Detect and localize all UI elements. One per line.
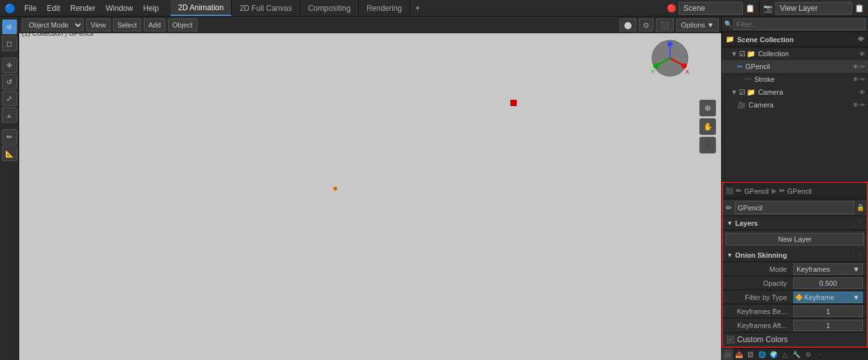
tab-2d-full-canvas[interactable]: 2D Full Canvas (232, 0, 300, 16)
props-tab-view[interactable]: 🖼 (745, 348, 756, 360)
camera-edit-icon[interactable]: ✏ (860, 102, 865, 108)
collection-checkbox[interactable]: ☑ (739, 50, 745, 58)
props-tab-shader[interactable]: ⚙ (802, 348, 814, 360)
camera-collection-eye[interactable]: 👁 (859, 89, 865, 96)
tab-compositing[interactable]: Compositing (300, 0, 359, 16)
mode-dropdown[interactable]: Object Mode (22, 19, 84, 31)
gpencil-name-bc: GPencil (744, 187, 769, 195)
stroke-edit-icon[interactable]: ✏ (860, 76, 865, 82)
outliner-item-camera[interactable]: 🎥 Camera 👁 ✏ (722, 98, 868, 111)
tab-rendering[interactable]: Rendering (359, 0, 410, 16)
outliner-filter-icon: 🔍 (724, 20, 732, 27)
tool-move[interactable]: ✛ (2, 58, 17, 73)
keyframes-after-row: Keyframes Aft... 1 (723, 318, 867, 333)
tool-annotate[interactable]: ✏ (2, 129, 17, 145)
camera-eye-icon[interactable]: 👁 (853, 102, 859, 109)
y-axis-label: Y (651, 68, 655, 75)
filter-type-dropdown[interactable]: Keyframe ▼ (793, 292, 863, 303)
custom-colors-label: Custom Colors (737, 335, 788, 344)
props-tab-output[interactable]: 📤 (733, 348, 745, 360)
layers-section-header[interactable]: ▼ Layers ⋮⋮ (723, 216, 867, 230)
vp-view-btn[interactable]: View (86, 19, 110, 31)
x-axis-label: X (685, 68, 689, 75)
custom-colors-checkbox[interactable]: ✓ (727, 336, 735, 343)
scene-collection-label: Scene Collection (737, 36, 794, 43)
right-panel: 🔍 📁 Scene Collection 👁 ▼ ☑ 📁 Collection … (721, 17, 868, 360)
opacity-label: Opacity (727, 279, 791, 287)
scene-input[interactable] (679, 2, 743, 15)
onion-arrow: ▼ (727, 252, 733, 258)
camera-collection-checkbox[interactable]: ☑ (739, 88, 745, 97)
props-tab-scene[interactable]: 🌐 (756, 348, 768, 360)
red-dot (510, 100, 517, 106)
viewport-overlay-btn[interactable]: ⊙ (639, 19, 653, 31)
outliner-item-camera-collection[interactable]: ▼ ☑ 📁 Camera 👁 (722, 86, 868, 98)
menu-help[interactable]: Help (138, 0, 164, 16)
outliner-item-gpencil[interactable]: ✏ GPencil 👁 ✏ (722, 60, 868, 73)
gpencil-name-input[interactable] (735, 201, 854, 214)
keyframes-before-row: Keyframes Be... 1 (723, 304, 867, 318)
collection-eye-icon[interactable]: 👁 (859, 51, 865, 58)
vp-select-btn[interactable]: Select (113, 19, 142, 31)
view-layer-section: 📷 📋 (759, 2, 868, 15)
blender-logo[interactable]: 🔵 (0, 3, 19, 13)
vp-add-btn[interactable]: Add (144, 19, 165, 31)
viewport-xray-btn[interactable]: ⬛ (656, 19, 674, 31)
tool-measure[interactable]: 📐 (2, 146, 17, 161)
viewport-shading-btn[interactable]: ⬤ (620, 19, 636, 31)
menu-edit[interactable]: Edit (42, 0, 65, 16)
pin-icon[interactable]: 🔒 (857, 204, 864, 211)
new-layer-button[interactable]: New Layer (726, 233, 864, 246)
collection-label: Collection (758, 50, 859, 58)
filter-type-row: Filter by Type Keyframe ▼ (723, 290, 867, 304)
mode-dropdown-prop[interactable]: Keyframes ▼ (793, 263, 863, 275)
props-tab-object[interactable]: △ (779, 348, 791, 360)
gpencil-edit-icon[interactable]: ✏ (860, 63, 865, 70)
tool-scale[interactable]: ⤢ (2, 91, 17, 106)
new-view-layer-icon[interactable]: 📋 (855, 4, 864, 13)
layers-arrow: ▼ (727, 220, 733, 226)
menu-file[interactable]: File (19, 0, 42, 16)
keyframes-before-value[interactable]: 1 (793, 306, 863, 317)
layers-options[interactable]: ⋮⋮ (850, 219, 863, 226)
axis-gizmo[interactable]: Z X Y (651, 39, 689, 77)
viewport[interactable]: Object Mode View Select Add Object ⬤ ⊙ ⬛… (19, 17, 721, 360)
new-scene-icon[interactable]: 📋 (745, 4, 755, 13)
mode-chevron: ▼ (853, 265, 860, 273)
tool-transform[interactable]: ⟁ (2, 107, 17, 123)
tool-cursor[interactable]: ⊕ (2, 19, 17, 35)
keyframes-after-text: 1 (826, 322, 830, 329)
keyframes-after-value[interactable]: 1 (793, 320, 863, 331)
opacity-value[interactable]: 0.500 (793, 278, 863, 289)
gpencil-eye-icon[interactable]: 👁 (853, 63, 859, 70)
outliner-search-input[interactable] (733, 19, 865, 30)
menu-render[interactable]: Render (65, 0, 100, 16)
options-btn[interactable]: Options ▼ (676, 19, 719, 31)
z-axis-label: Z (667, 40, 671, 47)
menu-window[interactable]: Window (100, 0, 138, 16)
outliner-item-collection[interactable]: ▼ ☑ 📁 Collection 👁 (722, 47, 868, 60)
tab-2d-animation[interactable]: 2D Animation (171, 0, 232, 16)
scene-collection-eye[interactable]: 👁 (858, 36, 864, 43)
custom-colors-row: ✓ Custom Colors (723, 333, 867, 347)
stroke-eye-icon[interactable]: 👁 (853, 76, 859, 83)
add-workspace-button[interactable]: + (410, 0, 425, 16)
onion-skinning-section-header[interactable]: ▼ Onion Skinning ⋮⋮ (723, 248, 867, 262)
gpencil-name-bc2: GPencil (788, 187, 812, 195)
camera-btn[interactable]: 🎥 (699, 137, 716, 153)
onion-skinning-title: Onion Skinning (735, 251, 850, 259)
tool-select-box[interactable]: ◻ (2, 36, 17, 51)
view-layer-input[interactable] (775, 2, 852, 15)
vp-object-btn[interactable]: Object (168, 19, 197, 31)
gpencil-icon-bc2: ✏ (779, 187, 785, 195)
props-tab-render[interactable]: 🎥 (722, 348, 733, 360)
zoom-fit-btn[interactable]: ⊕ (699, 100, 716, 116)
tool-rotate[interactable]: ↺ (2, 74, 17, 90)
props-tab-modifier[interactable]: 🔧 (791, 348, 802, 360)
pan-btn[interactable]: ✋ (699, 118, 716, 135)
outliner-item-stroke[interactable]: 〰 Stroke 👁 ✏ (722, 73, 868, 86)
onion-options[interactable]: ⋮⋮ (850, 251, 863, 258)
props-tab-world[interactable]: 🌍 (768, 348, 779, 360)
props-tab-particle[interactable]: ⋅ (814, 348, 825, 360)
keyframes-after-label: Keyframes Aft... (727, 322, 791, 329)
